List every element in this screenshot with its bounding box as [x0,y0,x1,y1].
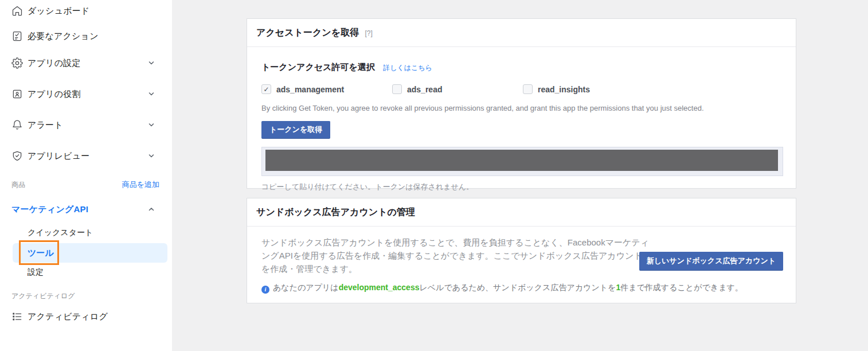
checklist-icon [11,30,23,42]
checkbox-label: ads_read [407,85,442,94]
access-token-card-header: アクセストークンを取得 [?] [247,19,796,47]
shield-check-icon [11,150,23,162]
id-badge-icon [11,88,23,100]
sidebar-item-app-review[interactable]: アプリレビュー [0,149,172,163]
sandbox-account-card: サンドボックス広告アカウントの管理 サンドボックス広告アカウントを使用することで… [247,198,796,303]
learn-more-link[interactable]: 詳しくはこちら [383,64,432,72]
token-copy-note: コピーして貼り付けてください。トークンは保存されません。 [261,182,782,192]
add-product-link[interactable]: 商品を追加 [122,180,159,190]
help-icon[interactable]: [?] [365,29,372,37]
products-section-label: 商品 [11,180,25,190]
chevron-down-icon [148,153,155,159]
sidebar-subitem-tools[interactable]: ツール [13,243,167,263]
checkbox-label: read_insights [538,85,590,94]
token-output-field[interactable] [261,147,783,176]
sidebar-item-dashboard[interactable]: ダッシュボード [0,3,172,18]
sidebar-item-label: ダッシュボード [28,6,90,17]
sidebar-item-label: アプリの設定 [28,58,81,69]
info-account-count: 1 [616,283,620,292]
sidebar-item-label: 必要なアクション [28,31,99,42]
marketing-api-label: マーケティングAPI [11,204,88,215]
checkbox-unchecked-icon[interactable] [523,84,533,94]
sidebar-item-marketing-api[interactable]: マーケティングAPI [0,202,172,217]
sandbox-description: サンドボックス広告アカウントを使用することで、費用を負担することなく、Faceb… [261,236,651,275]
access-token-card: アクセストークンを取得 [?] トークンアクセス許可を選択 詳しくはこちら ✓ … [247,18,796,189]
token-redacted-value [265,150,778,171]
info-text-suffix: 件まで作成することができます。 [620,283,743,292]
chevron-down-icon [148,122,155,128]
sandbox-card-body: サンドボックス広告アカウントを使用することで、費用を負担することなく、Faceb… [247,227,796,294]
sidebar: ダッシュボード 必要なアクション アプリの設定 アプリの役割 アラート [0,0,172,351]
sidebar-item-app-roles[interactable]: アプリの役割 [0,87,172,102]
permission-section-title: トークンアクセス許可を選択 [261,62,375,72]
sidebar-item-activity-log[interactable]: アクティビティログ [0,309,172,324]
info-text-prefix: あなたのアプリは [273,283,339,292]
home-icon [11,5,23,17]
permission-checkbox-row: ✓ ads_management ads_read read_insights [261,84,782,94]
bell-icon [11,119,23,131]
sidebar-item-alerts[interactable]: アラート [0,118,172,132]
sidebar-item-label: アプリレビュー [28,151,90,162]
checkbox-ads-management[interactable]: ✓ ads_management [261,84,392,94]
sidebar-subitem-quickstart[interactable]: クイックスタート [0,226,172,240]
access-token-card-title: アクセストークンを取得 [256,28,359,37]
sandbox-card-header: サンドボックス広告アカウントの管理 [247,198,796,227]
checkbox-unchecked-icon[interactable] [392,84,402,94]
subitem-label: ツール [28,243,54,263]
info-icon: i [261,286,269,294]
info-access-level: development_access [339,283,420,292]
chevron-up-icon [148,206,155,213]
sidebar-subitem-settings[interactable]: 設定 [0,266,172,279]
sidebar-item-label: アクティビティログ [28,311,108,322]
chevron-down-icon [148,91,155,98]
subitem-label: クイックスタート [28,228,93,238]
sidebar-item-label: アラート [28,120,63,131]
activity-log-section-label: アクティビティログ [11,291,75,301]
sidebar-item-app-settings[interactable]: アプリの設定 [0,56,172,71]
sidebar-item-label: アプリの役割 [28,89,81,100]
subitem-label: 設定 [28,267,44,278]
access-token-card-body: トークンアクセス許可を選択 詳しくはこちら ✓ ads_management a… [247,47,796,192]
gear-icon [11,57,23,69]
checkbox-checked-icon[interactable]: ✓ [261,84,271,94]
checkbox-read-insights[interactable]: read_insights [523,84,654,94]
chevron-down-icon [148,60,155,67]
sandbox-card-title: サンドボックス広告アカウントの管理 [256,207,415,217]
checkbox-label: ads_management [276,85,344,94]
new-sandbox-account-button[interactable]: 新しいサンドボックス広告アカウント [639,252,783,271]
sidebar-item-required-actions[interactable]: 必要なアクション [0,29,172,44]
token-disclaimer-text: By clicking Get Token, you agree to revo… [261,104,782,112]
get-token-button[interactable]: トークンを取得 [261,121,330,139]
info-text-middle: レベルであるため、サンドボックス広告アカウントを [419,283,616,292]
sandbox-info-row: iあなたのアプリはdevelopment_accessレベルであるため、サンドボ… [261,283,782,294]
checkbox-ads-read[interactable]: ads_read [392,84,523,94]
list-icon [11,311,23,322]
